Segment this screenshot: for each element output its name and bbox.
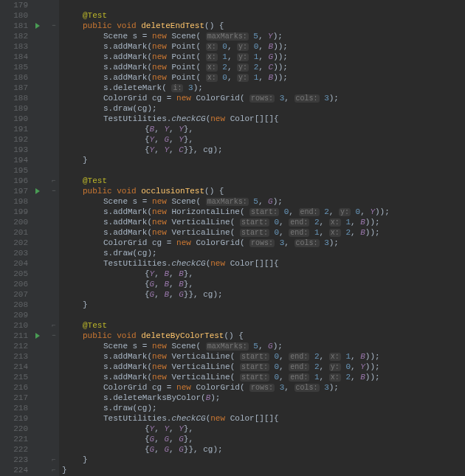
code-area[interactable]: @Testpublic void deleteEndTest() {Scene … <box>59 0 390 476</box>
line-number: 218 <box>0 403 28 413</box>
code-line[interactable]: s.addMark(new VerticalLine( start: 0, en… <box>62 351 390 362</box>
line-number: 189 <box>0 103 28 114</box>
line-number: 215 <box>0 372 28 382</box>
line-number: 212 <box>0 341 28 351</box>
line-number: 210 <box>0 320 28 331</box>
fold-icon[interactable]: ⌐ <box>50 176 58 186</box>
code-line[interactable]: {G, G, G}}, cg); <box>62 444 390 455</box>
code-line[interactable]: ColorGrid cg = new ColorGrid( rows: 3, c… <box>62 93 390 103</box>
line-number: 219 <box>0 413 28 424</box>
line-number: 187 <box>0 83 28 93</box>
code-line[interactable]: s.deleteMarksByColor(B); <box>62 393 390 403</box>
line-number: 186 <box>0 72 28 83</box>
code-line[interactable]: {G, G, G}, <box>62 434 390 444</box>
code-line[interactable]: s.addMark(new Point( x: 2, y: 2, C)); <box>62 62 390 72</box>
fold-icon[interactable]: ⌐ <box>50 320 58 331</box>
line-number: 211 <box>0 331 28 341</box>
code-line[interactable]: Scene s = new Scene( maxMarks: 5, G); <box>62 341 390 351</box>
line-number-gutter: 1791801811821831841851861871881891901911… <box>0 0 34 476</box>
code-line[interactable]: @Test <box>62 176 390 186</box>
code-line[interactable]: } <box>62 455 390 465</box>
code-line[interactable] <box>62 165 390 176</box>
line-number: 185 <box>0 62 28 72</box>
fold-icon[interactable]: ⌐ <box>50 455 58 465</box>
fold-icon[interactable]: − <box>50 21 58 31</box>
line-number: 180 <box>0 10 28 21</box>
code-line[interactable]: Scene s = new Scene( maxMarks: 5, Y); <box>62 31 390 41</box>
run-test-icon[interactable] <box>35 333 40 339</box>
code-line[interactable]: TestUtilities.checkCG(new Color[][]{ <box>62 258 390 269</box>
fold-icon[interactable]: ⌐ <box>50 465 58 475</box>
code-line[interactable]: @Test <box>62 320 390 331</box>
line-number: 223 <box>0 455 28 465</box>
code-line[interactable]: s.draw(cg); <box>62 403 390 413</box>
line-number: 213 <box>0 351 28 362</box>
line-number: 220 <box>0 424 28 434</box>
run-test-icon[interactable] <box>35 23 40 29</box>
code-line[interactable] <box>62 0 390 10</box>
line-number: 191 <box>0 124 28 134</box>
line-number: 208 <box>0 300 28 310</box>
line-number: 200 <box>0 217 28 227</box>
line-number: 195 <box>0 165 28 176</box>
code-line[interactable]: s.draw(cg); <box>62 248 390 258</box>
code-line[interactable]: @Test <box>62 10 390 21</box>
code-line[interactable]: } <box>62 300 390 310</box>
code-line[interactable]: public void deleteByColorTest() { <box>62 331 390 341</box>
line-number: 179 <box>0 0 28 10</box>
line-number: 209 <box>0 310 28 320</box>
code-line[interactable]: public void occlusionTest() { <box>62 186 390 196</box>
line-number: 196 <box>0 176 28 186</box>
line-number: 221 <box>0 434 28 444</box>
code-line[interactable]: s.deleteMark( i: 3); <box>62 83 390 93</box>
line-number: 184 <box>0 52 28 62</box>
line-number: 201 <box>0 227 28 238</box>
code-line[interactable]: {Y, G, Y}, <box>62 134 390 145</box>
line-number: 204 <box>0 258 28 269</box>
code-line[interactable]: ColorGrid cg = new ColorGrid( rows: 3, c… <box>62 382 390 393</box>
code-line[interactable]: } <box>62 155 390 165</box>
code-line[interactable]: s.addMark(new Point( x: 0, y: 1, B)); <box>62 72 390 83</box>
code-line[interactable]: Scene s = new Scene( maxMarks: 5, G); <box>62 196 390 207</box>
code-line[interactable]: ColorGrid cg = new ColorGrid( rows: 3, c… <box>62 238 390 248</box>
code-line[interactable]: s.addMark(new VerticalLine( start: 0, en… <box>62 362 390 372</box>
line-number: 216 <box>0 382 28 393</box>
code-line[interactable]: s.addMark(new VerticalLine( start: 0, en… <box>62 372 390 382</box>
code-line[interactable]: public void deleteEndTest() { <box>62 21 390 31</box>
line-number: 224 <box>0 465 28 475</box>
line-number: 214 <box>0 362 28 372</box>
line-number: 183 <box>0 41 28 52</box>
code-line[interactable]: s.addMark(new VerticalLine( start: 0, en… <box>62 227 390 238</box>
code-line[interactable]: {G, B, B}, <box>62 279 390 289</box>
code-line[interactable]: {Y, B, B}, <box>62 269 390 279</box>
line-number: 190 <box>0 114 28 124</box>
line-number: 199 <box>0 207 28 217</box>
code-line[interactable]: s.draw(cg); <box>62 103 390 114</box>
line-number: 192 <box>0 134 28 145</box>
code-line[interactable]: s.addMark(new Point( x: 0, y: 0, B)); <box>62 41 390 52</box>
line-number: 217 <box>0 393 28 403</box>
code-line[interactable]: {Y, Y, Y}, <box>62 424 390 434</box>
code-line[interactable] <box>62 310 390 320</box>
code-line[interactable]: s.addMark(new VerticalLine( start: 0, en… <box>62 217 390 227</box>
code-line[interactable]: } <box>62 465 390 475</box>
code-line[interactable]: {G, B, G}}, cg); <box>62 289 390 300</box>
fold-gutter: −⌐−⌐−⌐⌐ <box>49 0 59 476</box>
code-editor[interactable]: 1791801811821831841851861871881891901911… <box>0 0 465 476</box>
line-number: 206 <box>0 279 28 289</box>
code-line[interactable]: {B, Y, Y}, <box>62 124 390 134</box>
code-line[interactable]: TestUtilities.checkCG(new Color[][]{ <box>62 114 390 124</box>
line-number: 194 <box>0 155 28 165</box>
fold-icon[interactable]: − <box>50 331 58 341</box>
line-number: 222 <box>0 444 28 455</box>
code-line[interactable]: s.addMark(new HorizontalLine( start: 0, … <box>62 207 390 217</box>
fold-icon[interactable]: − <box>50 186 58 196</box>
line-number: 203 <box>0 248 28 258</box>
code-line[interactable]: {Y, Y, C}}, cg); <box>62 145 390 155</box>
run-test-icon[interactable] <box>35 188 40 194</box>
code-line[interactable]: TestUtilities.checkCG(new Color[][]{ <box>62 413 390 424</box>
line-number: 193 <box>0 145 28 155</box>
line-number: 182 <box>0 31 28 41</box>
run-marker-gutter <box>34 0 49 476</box>
code-line[interactable]: s.addMark(new Point( x: 1, y: 1, G)); <box>62 52 390 62</box>
